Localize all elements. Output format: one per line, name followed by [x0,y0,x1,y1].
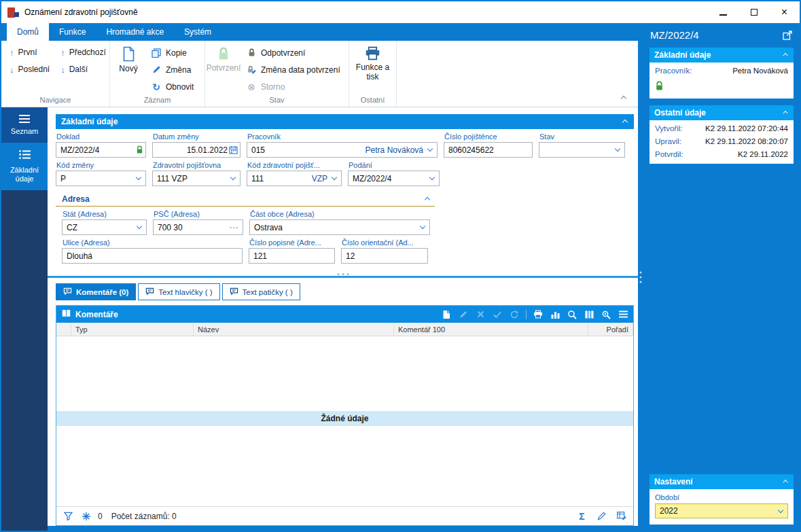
star-filter-icon[interactable] [80,510,92,522]
unconfirm-button[interactable]: Odpotvrzení [246,48,340,58]
ulice-label: Ulice (Adresa) [63,238,243,247]
column-komentar[interactable]: Komentář 100 [394,323,588,336]
calendar-icon[interactable] [229,145,238,154]
column-poradi[interactable]: Pořadí [588,323,633,336]
chart-icon[interactable] [550,309,560,320]
new-button[interactable]: Nový [110,41,147,75]
cislo-orientacni-field[interactable]: 12 [341,248,428,264]
dropdown-icon[interactable] [425,145,435,155]
zdravotni-pojistovna-field[interactable]: 111 VZP [152,171,241,186]
record-count: Počet záznamů: 0 [111,512,177,521]
address-title: Adresa [62,194,90,204]
dropdown-icon[interactable] [228,173,238,183]
search-icon[interactable] [567,309,577,320]
chevron-up-icon [783,110,788,115]
cislo-pojistence-field[interactable]: 8060245622 [444,142,533,158]
storno-label: Storno [261,82,285,92]
zdravotni-pojistovna-label: Zdravotní pojišťovna [153,161,241,169]
tab-hromadne-akce[interactable]: Hromadné akce [96,23,174,41]
last-record-button[interactable]: ↓ Poslední [10,65,50,74]
stav-field[interactable] [539,142,625,158]
column-typ[interactable]: Typ [71,323,194,336]
sidebar-item-seznam[interactable]: Seznam [1,107,48,143]
tab-text-hlavicky[interactable]: Text hlavičky ( ) [138,283,219,300]
filter-count: 0 [98,512,103,521]
cast-obce-field[interactable]: Ostrava [249,219,430,235]
tab-system[interactable]: Systém [174,23,221,41]
record-title: MZ/2022/4 [650,29,699,41]
dropdown-icon[interactable] [329,173,339,183]
datum-zmeny-field[interactable]: 15.01.2022 [152,142,241,158]
grid-menu-icon[interactable] [618,309,628,320]
collapse-section-icon[interactable] [622,119,628,124]
stat-field[interactable]: CZ [62,219,147,235]
psc-label: PSČ (Adresa) [154,210,243,218]
settings-search-icon[interactable] [601,309,611,320]
toolbar-separator [526,310,527,319]
new-label: Nový [119,65,137,74]
next-record-button[interactable]: ↓ Další [60,65,106,74]
arrow-down-icon: ↓ [60,65,65,74]
maximize-button[interactable] [738,1,769,23]
change-confirm-date-button[interactable]: Změna data potvrzení [246,65,340,75]
kod-zmeny-field[interactable]: P [56,171,146,186]
tab-domu[interactable]: Domů [7,23,49,41]
refresh-button[interactable]: ↻ Obnovit [151,82,194,92]
preview-nastaveni-header[interactable]: Nastavení [649,474,794,489]
dropdown-icon[interactable] [612,145,622,155]
new-comment-icon[interactable] [441,309,452,320]
previous-record-button[interactable]: ↑ Předchozí [60,48,106,57]
obdobi-combo[interactable]: 2022 [655,503,788,518]
confirm-comment-icon [492,309,503,320]
tab-text-paticky[interactable]: Text patičky ( ) [222,283,300,300]
sum-icon[interactable]: Σ [576,510,588,522]
columns-icon[interactable] [584,309,594,320]
collapse-ribbon-button[interactable] [618,93,630,103]
minimize-button[interactable] [708,1,738,23]
ulice-field[interactable]: Dlouhá [62,248,243,264]
popout-icon[interactable] [782,30,793,41]
functions-print-button[interactable]: Funkce a tisk [355,41,391,84]
column-nazev[interactable]: Název [194,323,394,336]
cislo-orientacni-label: Číslo orientační (Ad... [342,238,428,247]
app-window: Oznámení zdravotní pojišťovně × Domů Fun… [0,0,801,532]
tab-funkce[interactable]: Funkce [49,23,96,41]
first-record-button[interactable]: ↑ První [10,48,50,57]
pracovnik-field[interactable]: 015 Petra Nováková [247,142,438,158]
kod-zdravotni-pojistovny-field[interactable]: 111 VZP [247,171,342,186]
horizontal-splitter[interactable] [56,270,634,282]
sidebar-item-zakladni-udaje[interactable]: Základní údaje [1,143,48,190]
filter-icon[interactable] [63,510,74,522]
collapse-address-icon[interactable] [425,196,431,202]
preview-zakladni-header[interactable]: Základní údaje [649,48,794,63]
dropdown-icon[interactable] [134,222,144,232]
cast-obce-label: Část obce (Adresa) [250,210,430,218]
ribbon-spacer [397,41,638,107]
dropdown-icon[interactable] [417,222,427,232]
psc-field[interactable]: 700 30 ··· [153,219,243,235]
titlebar: Oznámení zdravotní pojišťovně × [1,1,800,23]
grid-footer: 0 Počet záznamů: 0 Σ [56,506,633,525]
print-icon[interactable] [533,309,544,320]
vertical-splitter[interactable] [638,23,643,531]
ribbon-group-zaznam: Nový Kopie Změna [110,41,205,107]
lock-icon [655,81,664,93]
close-button[interactable]: × [769,1,800,23]
dropdown-icon[interactable] [427,173,437,183]
ribbon-group-ostatni: Funkce a tisk Ostatní [349,41,397,107]
preview-ostatni-header[interactable]: Ostatní údaje [649,105,794,120]
edit-icon[interactable] [596,510,607,522]
ellipsis-button[interactable]: ··· [230,224,241,232]
podani-field[interactable]: MZ/2022/4 [348,171,440,186]
dropdown-icon[interactable] [133,173,143,183]
copy-button[interactable]: Kopie [151,48,194,58]
change-button[interactable]: Změna [151,65,194,75]
grid-settings-icon[interactable] [616,510,627,522]
unconfirm-label: Odpotvrzení [261,48,305,58]
tab-komentare[interactable]: Komentáře (0) [56,283,136,300]
cislo-popisne-field[interactable]: 121 [249,248,335,264]
book-icon [61,309,71,320]
dropdown-icon[interactable] [775,506,785,516]
upravil-value: K2 29.11.2022 08:20:07 [705,137,788,145]
doklad-field[interactable]: MZ/2022/4 [56,142,146,158]
